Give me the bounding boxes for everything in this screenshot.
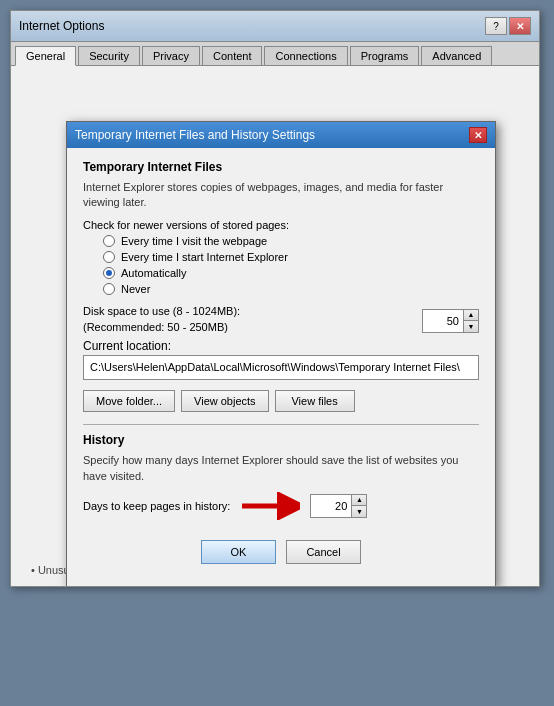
days-spinner[interactable]: 20 ▲ ▼ [310, 494, 367, 518]
disk-space-down[interactable]: ▼ [464, 321, 478, 332]
temp-files-desc: Internet Explorer stores copies of webpa… [83, 180, 479, 211]
disk-space-label: Disk space to use (8 - 1024MB): [83, 305, 414, 317]
radio-group: Every time I visit the webpage Every tim… [103, 235, 479, 295]
current-location-label: Current location: [83, 339, 479, 353]
ok-cancel-row: OK Cancel [83, 532, 479, 574]
move-folder-button[interactable]: Move folder... [83, 390, 175, 412]
days-row: Days to keep pages in history: 20 [83, 492, 479, 520]
radio-label-1: Every time I visit the webpage [121, 235, 267, 247]
view-objects-button[interactable]: View objects [181, 390, 269, 412]
radio-never[interactable]: Never [103, 283, 479, 295]
tab-programs[interactable]: Programs [350, 46, 420, 65]
radio-circle-2[interactable] [103, 251, 115, 263]
tab-content[interactable]: Content [202, 46, 263, 65]
history-header: History [83, 433, 479, 447]
tab-advanced[interactable]: Advanced [421, 46, 492, 65]
disk-space-row: Disk space to use (8 - 1024MB): (Recomme… [83, 305, 479, 337]
radio-label-3: Automatically [121, 267, 186, 279]
radio-circle-3[interactable] [103, 267, 115, 279]
days-down[interactable]: ▼ [352, 506, 366, 517]
disk-space-arrows: ▲ ▼ [463, 310, 478, 332]
ie-window: Internet Options ? ✕ General Security Pr… [10, 10, 540, 587]
history-desc: Specify how many days Internet Explorer … [83, 453, 479, 484]
tab-connections[interactable]: Connections [264, 46, 347, 65]
radio-label-4: Never [121, 283, 150, 295]
temp-files-header: Temporary Internet Files [83, 160, 479, 174]
dialog-title: Temporary Internet Files and History Set… [75, 128, 315, 142]
days-up[interactable]: ▲ [352, 495, 366, 506]
ie-body: • Unusual earthquakes measured off centr… [11, 66, 539, 586]
view-files-button[interactable]: View files [275, 390, 355, 412]
dialog-close-button[interactable]: ✕ [469, 127, 487, 143]
radio-circle-1[interactable] [103, 235, 115, 247]
check-newer-label: Check for newer versions of stored pages… [83, 219, 479, 231]
radio-label-2: Every time I start Internet Explorer [121, 251, 288, 263]
titlebar-buttons: ? ✕ [485, 17, 531, 35]
red-arrow-icon [240, 492, 300, 520]
radio-circle-4[interactable] [103, 283, 115, 295]
dialog-titlebar: Temporary Internet Files and History Set… [67, 122, 495, 148]
ok-button[interactable]: OK [201, 540, 276, 564]
days-value[interactable]: 20 [311, 495, 351, 517]
window-close-button[interactable]: ✕ [509, 17, 531, 35]
tabs-bar: General Security Privacy Content Connect… [11, 42, 539, 66]
ie-titlebar: Internet Options ? ✕ [11, 11, 539, 42]
tab-privacy[interactable]: Privacy [142, 46, 200, 65]
history-section: History Specify how many days Internet E… [83, 433, 479, 520]
section-divider [83, 424, 479, 425]
radio-automatically[interactable]: Automatically [103, 267, 479, 279]
help-button[interactable]: ? [485, 17, 507, 35]
disk-space-up[interactable]: ▲ [464, 310, 478, 321]
radio-every-start[interactable]: Every time I start Internet Explorer [103, 251, 479, 263]
location-path: C:\Users\Helen\AppData\Local\Microsoft\W… [83, 355, 479, 380]
action-buttons-row: Move folder... View objects View files [83, 390, 479, 412]
disk-space-spinner[interactable]: 50 ▲ ▼ [422, 309, 479, 333]
disk-space-rec: (Recommended: 50 - 250MB) [83, 321, 414, 333]
dialog-body: Temporary Internet Files Internet Explor… [67, 148, 495, 586]
disk-space-value[interactable]: 50 [423, 310, 463, 332]
tab-security[interactable]: Security [78, 46, 140, 65]
cancel-button[interactable]: Cancel [286, 540, 361, 564]
temp-files-dialog: Temporary Internet Files and History Set… [66, 121, 496, 586]
days-arrows: ▲ ▼ [351, 495, 366, 517]
days-label: Days to keep pages in history: [83, 500, 230, 512]
tab-general[interactable]: General [15, 46, 76, 66]
radio-every-visit[interactable]: Every time I visit the webpage [103, 235, 479, 247]
ie-window-title: Internet Options [19, 19, 104, 33]
current-location-section: Current location: C:\Users\Helen\AppData… [83, 339, 479, 380]
